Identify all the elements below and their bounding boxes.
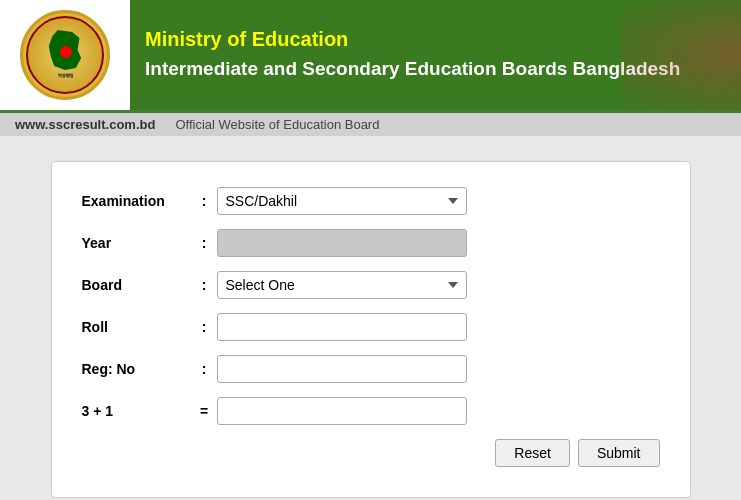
captcha-row: 3 + 1 = [82,397,660,425]
submit-button[interactable]: Submit [578,439,660,467]
examination-row: Examination : SSC/Dakhil HSC/Alim JSC/JD… [82,187,660,215]
sub-header-bar: www.sscresult.com.bd Official Website of… [0,113,741,136]
roll-row: Roll : [82,313,660,341]
logo-section: সরকার [0,0,130,110]
year-control [217,229,467,257]
official-text: Official Website of Education Board [175,117,379,132]
logo-circle: সরকার [20,10,110,100]
button-row: Reset Submit [82,439,660,467]
regno-colon: : [192,361,217,377]
board-control: Select One Dhaka Chittagong Rajshahi Jes… [217,271,467,299]
captcha-input[interactable] [217,397,467,425]
roll-colon: : [192,319,217,335]
roll-control [217,313,467,341]
board-select[interactable]: Select One Dhaka Chittagong Rajshahi Jes… [217,271,467,299]
roll-input[interactable] [217,313,467,341]
year-colon: : [192,235,217,251]
year-label: Year [82,235,192,251]
ministry-title: Ministry of Education [145,28,726,51]
board-colon: : [192,277,217,293]
bangladesh-map-icon [47,30,83,70]
main-content: Examination : SSC/Dakhil HSC/Alim JSC/JD… [0,136,741,500]
website-url: www.sscresult.com.bd [15,117,155,132]
roll-label: Roll [82,319,192,335]
regno-input[interactable] [217,355,467,383]
regno-row: Reg: No : [82,355,660,383]
regno-control [217,355,467,383]
form-container: Examination : SSC/Dakhil HSC/Alim JSC/JD… [51,161,691,498]
logo-label: সরকার [58,72,73,80]
year-input [217,229,467,257]
board-row: Board : Select One Dhaka Chittagong Rajs… [82,271,660,299]
board-label: Board [82,277,192,293]
captcha-control [217,397,467,425]
year-row: Year : [82,229,660,257]
examination-label: Examination [82,193,192,209]
header-text: Ministry of Education Intermediate and S… [130,0,741,110]
logo-inner: সরকার [26,16,104,94]
board-title: Intermediate and Secondary Education Boa… [145,57,726,82]
captcha-label: 3 + 1 [82,403,192,419]
examination-control: SSC/Dakhil HSC/Alim JSC/JDC PSC/EBT [217,187,467,215]
captcha-equals: = [192,403,217,419]
examination-select[interactable]: SSC/Dakhil HSC/Alim JSC/JDC PSC/EBT [217,187,467,215]
regno-label: Reg: No [82,361,192,377]
page-header: সরকার Ministry of Education Intermediate… [0,0,741,113]
examination-colon: : [192,193,217,209]
reset-button[interactable]: Reset [495,439,570,467]
